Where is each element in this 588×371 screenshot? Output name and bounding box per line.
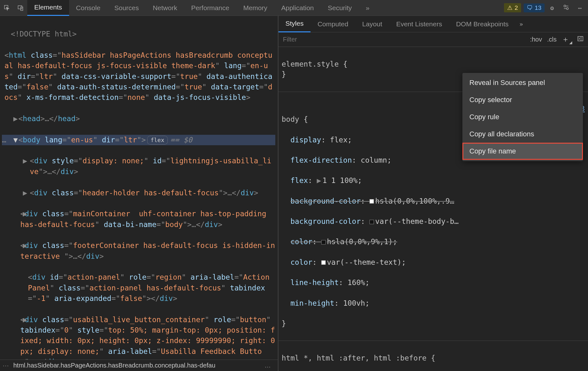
tab-security[interactable]: Security — [321, 0, 359, 16]
device-toggle-icon[interactable] — [14, 0, 27, 16]
context-copy-declarations[interactable]: Copy all declarations — [462, 126, 583, 143]
expand-arrow-icon[interactable]: ▶ — [13, 114, 18, 124]
tab-overflow-icon[interactable]: » — [359, 0, 376, 16]
context-menu: Reveal in Sources panel Copy selector Co… — [462, 73, 583, 161]
boxsizing-rule[interactable]: html *, html :after, html :before { box-… — [278, 341, 588, 371]
sidebar-tabs: Styles Computed Layout Event Listeners D… — [278, 16, 588, 32]
cls-toggle[interactable]: .cls — [547, 36, 557, 43]
breadcrumb-trail-icon: … — [265, 362, 275, 369]
dom-doctype[interactable]: <!DOCTYPE html> — [2, 29, 275, 39]
expand-arrow-icon[interactable]: ▶ — [23, 315, 27, 325]
dom-body-open[interactable]: …▼<body lang="en-us" dir="ltr">flex== $0 — [2, 135, 275, 145]
context-copy-selector[interactable]: Copy selector — [462, 91, 583, 108]
tab-network[interactable]: Network — [146, 0, 184, 16]
tab-styles[interactable]: Styles — [278, 16, 310, 32]
tab-sources[interactable]: Sources — [108, 0, 146, 16]
settings-icon[interactable]: ⚙ — [547, 4, 557, 11]
tab-event-listeners[interactable]: Event Listeners — [389, 16, 449, 32]
context-reveal-sources[interactable]: Reveal in Sources panel — [462, 74, 583, 91]
expand-arrow-icon[interactable]: ▶ — [23, 209, 27, 219]
dom-div-action-panel[interactable]: <div id="action-panel" role="region" ari… — [2, 272, 275, 304]
customise-icon[interactable] — [560, 4, 572, 12]
tab-computed[interactable]: Computed — [310, 16, 355, 32]
warning-count: 2 — [514, 4, 518, 11]
breadcrumb[interactable]: ⋯ html.hasSidebar.hasPageActions.hasBrea… — [0, 360, 278, 371]
tab-dom-breakpoints[interactable]: DOM Breakpoints — [449, 16, 516, 32]
selected-node-indicator: == $0 — [170, 136, 192, 144]
tab-performance[interactable]: Performance — [184, 0, 236, 16]
dom-div-feedback-button[interactable]: ▶<div class="usabilla_live_button_contai… — [2, 315, 275, 360]
dom-html-open[interactable]: <html class="hasSidebar hasPageActions h… — [2, 50, 275, 103]
tab-memory[interactable]: Memory — [236, 0, 274, 16]
inspect-icon[interactable] — [0, 0, 14, 16]
dom-div-usabilla[interactable]: ▶<div style="display: none;" id="lightni… — [2, 156, 275, 177]
color-swatch-icon[interactable] — [321, 260, 326, 265]
tab-console[interactable]: Console — [69, 0, 108, 16]
breadcrumb-path[interactable]: html.hasSidebar.hasPageActions.hasBreadc… — [13, 362, 265, 369]
computed-sidebar-icon[interactable] — [577, 36, 584, 43]
dom-div-footer[interactable]: ▶<div class="footerContainer has-default… — [2, 240, 275, 262]
dom-head[interactable]: ▶<head>…</head> — [2, 114, 275, 124]
tab-layout[interactable]: Layout — [355, 16, 389, 32]
context-copy-file-name[interactable]: Copy file name — [462, 143, 583, 160]
context-copy-rule[interactable]: Copy rule — [462, 108, 583, 126]
info-badge[interactable]: 🗨 13 — [524, 3, 545, 12]
filter-bar: :hov .cls ＋◢ — [278, 32, 588, 47]
expand-arrow-icon[interactable]: ▶ — [23, 240, 27, 251]
elements-panel: <!DOCTYPE html> <html class="hasSidebar … — [0, 16, 278, 371]
main-toolbar: Elements Console Sources Network Perform… — [0, 0, 588, 16]
color-swatch-icon[interactable] — [369, 199, 374, 204]
svg-rect-1 — [18, 6, 22, 9]
hov-toggle[interactable]: :hov — [530, 36, 542, 43]
svg-rect-5 — [578, 36, 583, 41]
dom-div-header[interactable]: ▶<div class="header-holder has-default-f… — [2, 188, 275, 198]
expand-arrow-icon[interactable]: ▶ — [23, 188, 27, 198]
more-icon[interactable]: ⋯ — [575, 4, 585, 11]
tab-elements[interactable]: Elements — [27, 0, 69, 16]
styles-panel: Styles Computed Layout Event Listeners D… — [278, 16, 588, 371]
expand-arrow-icon[interactable]: ▶ — [23, 156, 27, 166]
warning-badge[interactable]: ⚠ 2 — [504, 3, 521, 12]
breadcrumb-overflow-icon[interactable]: ⋯ — [3, 362, 13, 369]
collapse-arrow-icon[interactable]: ▼ — [13, 135, 18, 145]
color-swatch-icon[interactable] — [369, 220, 374, 224]
dom-tree[interactable]: <!DOCTYPE html> <html class="hasSidebar … — [0, 16, 278, 360]
svg-point-3 — [564, 5, 566, 7]
filter-input[interactable] — [278, 36, 530, 43]
flex-badge[interactable]: flex — [147, 136, 168, 145]
tabs-overflow-icon[interactable]: » — [516, 21, 527, 28]
color-swatch-icon[interactable] — [321, 240, 326, 244]
tab-application[interactable]: Application — [274, 0, 321, 16]
dom-div-main[interactable]: ▶<div class="mainContainer uhf-container… — [2, 209, 275, 230]
new-rule-icon[interactable]: ＋◢ — [562, 34, 572, 45]
info-count: 13 — [535, 4, 541, 11]
svg-point-4 — [566, 8, 568, 10]
